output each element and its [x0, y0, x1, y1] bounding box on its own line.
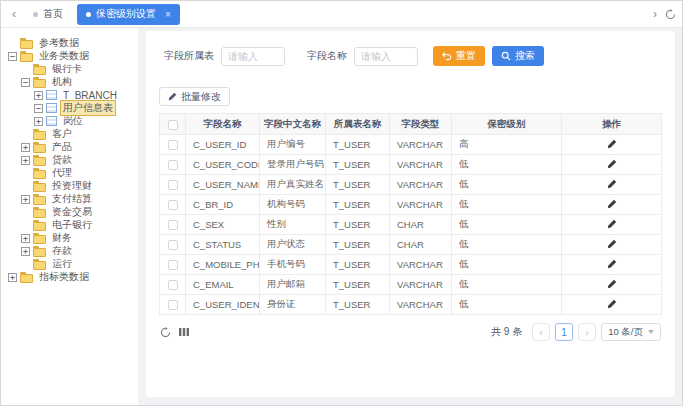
table-cell: VARCHAR — [390, 255, 452, 275]
reset-button[interactable]: 重置 — [433, 46, 485, 66]
table-row: C_MOBILE_PHONE手机号码T_USERVARCHAR低 — [160, 255, 662, 275]
table-cell: C_EMAIL — [186, 275, 260, 295]
table-cell: T_USER — [326, 235, 390, 255]
refresh-icon[interactable] — [160, 327, 171, 338]
content-card: 字段所属表 字段名称 重置 搜索 — [146, 31, 675, 397]
folder-icon — [33, 235, 46, 244]
edit-icon[interactable] — [607, 279, 617, 289]
row-checkbox[interactable] — [168, 180, 178, 190]
tabbar-right-controls: › — [653, 7, 676, 21]
table-header-row: 字段名称字段中文名称所属表名称字段类型保密级别操作 — [160, 114, 662, 135]
row-checkbox[interactable] — [168, 200, 178, 210]
expand-icon[interactable]: + — [21, 234, 30, 243]
table-cell: VARCHAR — [390, 155, 452, 175]
expand-icon[interactable]: + — [8, 273, 17, 282]
table-cell: T_USER — [326, 155, 390, 175]
tabs-scroll-right-icon[interactable]: › — [653, 7, 657, 21]
tabs-scroll-left-icon[interactable]: ‹ — [7, 7, 21, 21]
expand-icon[interactable]: + — [21, 156, 30, 165]
table-cell: VARCHAR — [390, 295, 452, 315]
action-cell — [562, 255, 662, 275]
table-row: C_USER_CODE登录用户号码T_USERVARCHAR低 — [160, 155, 662, 175]
table-row: C_BR_ID机构号码T_USERVARCHAR低 — [160, 195, 662, 215]
row-checkbox[interactable] — [168, 240, 178, 250]
table-row: C_USER_NAME用户真实姓名T_USERVARCHAR低 — [160, 175, 662, 195]
table-cell: 低 — [452, 295, 562, 315]
row-checkbox[interactable] — [168, 220, 178, 230]
table-cell: 用户真实姓名 — [260, 175, 326, 195]
table-cell: C_MOBILE_PHONE — [186, 255, 260, 275]
table-cell: C_USER_CODE — [186, 155, 260, 175]
table-cell: T_USER — [326, 255, 390, 275]
prev-page-button[interactable]: ‹ — [532, 323, 550, 341]
fields-table: 字段名称字段中文名称所属表名称字段类型保密级别操作 C_USER_ID用户编号T… — [159, 113, 662, 315]
table-cell: C_USER_ID — [186, 135, 260, 155]
column-header: 所属表名称 — [326, 114, 390, 135]
folder-icon — [33, 183, 46, 192]
expand-icon[interactable]: + — [21, 247, 30, 256]
tab-active-label: 保密级别设置 — [96, 7, 156, 21]
action-cell — [562, 175, 662, 195]
tab-home[interactable]: 首页 — [21, 1, 75, 28]
folder-icon — [33, 79, 46, 88]
table-cell: VARCHAR — [390, 135, 452, 155]
row-checkbox[interactable] — [168, 140, 178, 150]
folder-icon — [33, 66, 46, 75]
next-page-button[interactable]: › — [578, 323, 596, 341]
folder-icon — [33, 209, 46, 218]
collapse-icon[interactable]: − — [34, 104, 43, 113]
table-cell: 登录用户号码 — [260, 155, 326, 175]
action-cell — [562, 275, 662, 295]
search-button[interactable]: 搜索 — [492, 46, 544, 66]
select-all-checkbox[interactable] — [168, 120, 178, 130]
collapse-icon[interactable]: − — [21, 78, 30, 87]
table-row: C_USER_IDENTITY身份证T_USERVARCHAR低 — [160, 295, 662, 315]
edit-icon[interactable] — [607, 179, 617, 189]
search-icon — [501, 51, 511, 61]
table-cell: T_USER — [326, 195, 390, 215]
edit-icon[interactable] — [607, 239, 617, 249]
tree-item[interactable]: +指标类数据 — [8, 271, 136, 283]
page-size-select[interactable]: 10 条/页 — [601, 323, 661, 341]
expand-icon[interactable]: + — [34, 91, 43, 100]
table-cell: 用户邮箱 — [260, 275, 326, 295]
field-name-input[interactable] — [354, 47, 418, 66]
table-cell: C_BR_ID — [186, 195, 260, 215]
folder-icon — [20, 274, 33, 283]
row-checkbox[interactable] — [168, 260, 178, 270]
folder-icon — [33, 196, 46, 205]
edit-icon[interactable] — [607, 159, 617, 169]
table-name-input[interactable] — [221, 47, 285, 66]
table-cell: 手机号码 — [260, 255, 326, 275]
row-checkbox[interactable] — [168, 300, 178, 310]
edit-icon[interactable] — [607, 259, 617, 269]
edit-icon[interactable] — [607, 299, 617, 309]
action-cell — [562, 195, 662, 215]
table-cell: T_USER — [326, 215, 390, 235]
folder-icon — [33, 144, 46, 153]
row-checkbox[interactable] — [168, 160, 178, 170]
reset-button-label: 重置 — [456, 49, 476, 63]
folder-icon — [33, 170, 46, 179]
expand-icon[interactable]: + — [21, 143, 30, 152]
edit-icon[interactable] — [607, 219, 617, 229]
table-cell: CHAR — [390, 215, 452, 235]
expand-icon[interactable]: + — [21, 195, 30, 204]
chevron-down-icon — [648, 330, 654, 334]
row-checkbox-cell — [160, 155, 186, 175]
tab-close-icon[interactable]: × — [165, 9, 171, 20]
refresh-tabs-icon[interactable] — [665, 9, 676, 20]
tab-security-level-settings[interactable]: 保密级别设置 × — [77, 4, 180, 25]
row-checkbox[interactable] — [168, 280, 178, 290]
page-number-button[interactable]: 1 — [555, 323, 573, 341]
edit-icon[interactable] — [607, 199, 617, 209]
column-settings-icon[interactable] — [179, 327, 189, 337]
expand-icon[interactable]: + — [34, 117, 43, 126]
collapse-icon[interactable]: − — [8, 52, 17, 61]
edit-icon[interactable] — [607, 139, 617, 149]
row-checkbox-cell — [160, 275, 186, 295]
tree-item[interactable]: −机构 — [8, 76, 136, 88]
table-row: C_EMAIL用户邮箱T_USERVARCHAR低 — [160, 275, 662, 295]
column-header: 操作 — [562, 114, 662, 135]
batch-edit-button[interactable]: 批量修改 — [159, 87, 230, 106]
